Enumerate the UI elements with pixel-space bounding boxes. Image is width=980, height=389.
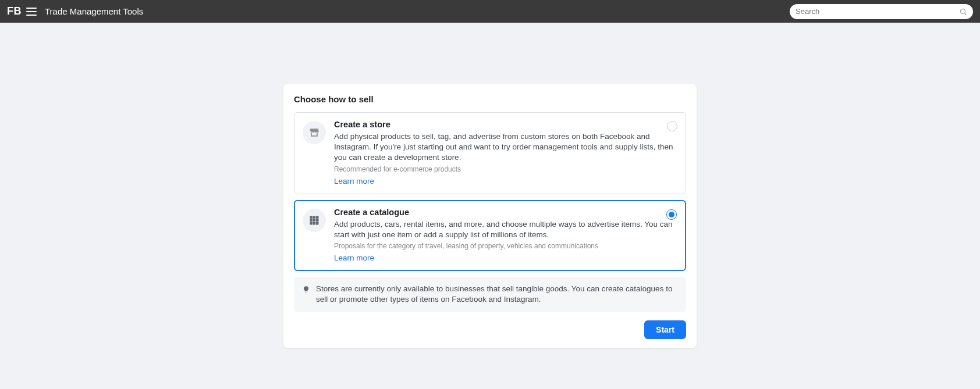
app-title: Trade Management Tools	[45, 6, 143, 16]
radio-create-catalogue[interactable]	[666, 209, 677, 220]
menu-icon[interactable]	[26, 8, 37, 16]
start-button[interactable]: Start	[644, 320, 686, 339]
learn-more-link[interactable]: Learn more	[334, 254, 677, 262]
svg-rect-3	[313, 216, 316, 219]
svg-rect-8	[310, 222, 313, 225]
panel-actions: Start	[294, 320, 686, 339]
radio-create-store[interactable]	[667, 121, 677, 131]
svg-rect-6	[313, 219, 316, 222]
svg-line-1	[965, 13, 967, 15]
option-hint: Recommended for e-commerce products	[334, 165, 677, 173]
svg-rect-7	[316, 219, 319, 222]
store-icon	[303, 121, 326, 144]
option-hint: Proposals for the category of travel, le…	[334, 242, 677, 250]
lightbulb-icon	[302, 284, 310, 295]
option-title: Create a store	[334, 120, 677, 129]
svg-rect-9	[313, 222, 316, 225]
svg-rect-4	[316, 216, 319, 219]
option-description: Add products, cars, rental items, and mo…	[334, 219, 677, 240]
search-input[interactable]	[796, 7, 959, 16]
choose-how-to-sell-panel: Choose how to sell Create a store Add ph…	[283, 84, 697, 348]
search-field[interactable]	[790, 4, 973, 19]
option-create-catalogue[interactable]: Create a catalogue Add products, cars, r…	[294, 200, 686, 271]
search-icon	[959, 8, 967, 16]
option-title: Create a catalogue	[334, 208, 677, 217]
catalogue-icon	[303, 209, 326, 232]
svg-rect-5	[310, 219, 313, 222]
svg-point-0	[960, 9, 965, 13]
svg-rect-10	[316, 222, 319, 225]
info-note-text: Stores are currently only available to b…	[316, 284, 678, 305]
svg-rect-2	[310, 216, 313, 219]
info-note: Stores are currently only available to b…	[294, 277, 686, 312]
option-create-store[interactable]: Create a store Add physical products to …	[294, 112, 686, 194]
learn-more-link[interactable]: Learn more	[334, 177, 677, 185]
panel-title: Choose how to sell	[294, 94, 686, 104]
top-bar: FB Trade Management Tools	[0, 0, 980, 23]
option-description: Add physical products to sell, tag, and …	[334, 131, 677, 163]
logo: FB	[7, 5, 22, 17]
